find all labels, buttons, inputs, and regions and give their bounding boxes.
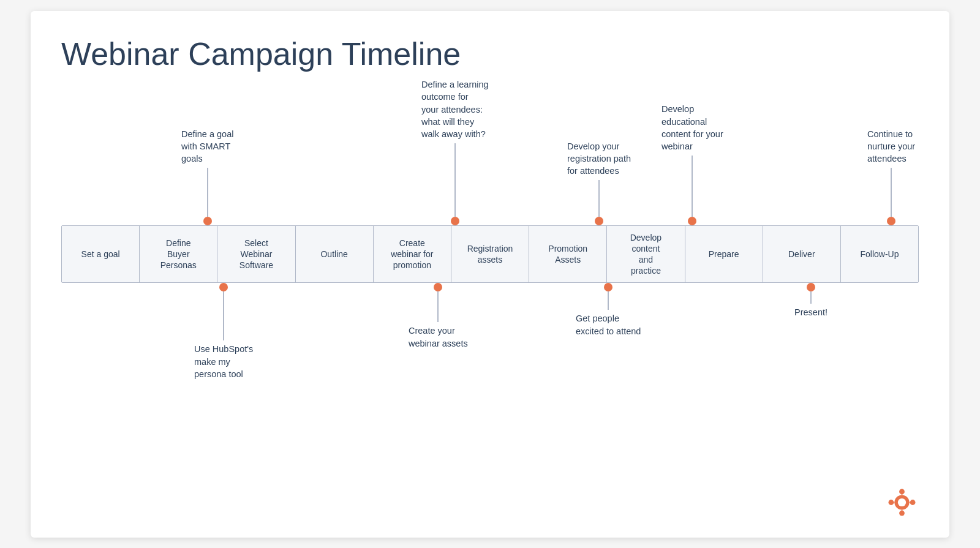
above-annotation: Develop educational content for your web… xyxy=(662,103,723,225)
annotation-text: Define a goal with SMART goals xyxy=(181,128,233,165)
annotation-line xyxy=(810,291,812,304)
timeline-box: Select Webinar Software xyxy=(217,226,295,283)
below-annotation: Use HubSpot's make my persona tool xyxy=(194,283,253,380)
svg-point-3 xyxy=(899,510,905,516)
annotation-line xyxy=(223,291,224,340)
annotation-dot xyxy=(434,283,442,291)
above-annotations: Define a goal with SMART goalsDefine a l… xyxy=(61,91,919,225)
annotation-line xyxy=(207,168,208,217)
svg-point-1 xyxy=(898,498,906,506)
timeline-box: Create webinar for promotion xyxy=(374,226,451,283)
timeline-boxes: Set a goalDefine Buyer PersonasSelect We… xyxy=(61,225,919,283)
svg-point-2 xyxy=(899,489,905,494)
svg-point-4 xyxy=(889,500,894,505)
annotation-line xyxy=(598,180,600,217)
below-annotation: Create your webinar assets xyxy=(409,283,468,350)
annotation-line xyxy=(608,291,609,310)
timeline-box: Define Buyer Personas xyxy=(140,226,217,283)
annotation-dot xyxy=(451,217,459,225)
timeline-box: Follow-Up xyxy=(841,226,918,283)
annotation-dot xyxy=(595,217,603,225)
annotation-line xyxy=(692,156,693,217)
timeline-box: Outline xyxy=(296,226,374,283)
annotation-dot xyxy=(203,217,212,225)
annotation-line xyxy=(437,291,439,322)
annotation-text: Use HubSpot's make my persona tool xyxy=(194,343,253,380)
above-annotation: Continue to nurture your attendees xyxy=(867,128,915,225)
annotation-text: Develop your registration path for atten… xyxy=(567,140,631,178)
annotation-dot xyxy=(219,283,228,291)
timeline-box: Promotion Assets xyxy=(529,226,607,283)
annotation-text: Present! xyxy=(794,306,827,318)
annotation-text: Create your webinar assets xyxy=(409,325,468,350)
slide: Webinar Campaign Timeline Define a goal … xyxy=(31,11,949,538)
above-annotation: Define a goal with SMART goals xyxy=(181,128,233,225)
annotation-text: Continue to nurture your attendees xyxy=(867,128,915,165)
annotation-dot xyxy=(688,217,696,225)
above-annotation: Define a learning outcome for your atten… xyxy=(421,78,489,225)
above-annotation: Develop your registration path for atten… xyxy=(567,140,631,225)
annotation-dot xyxy=(604,283,612,291)
hubspot-logo xyxy=(885,486,919,519)
annotation-dot xyxy=(807,283,815,291)
timeline-box: Develop content and practice xyxy=(607,226,685,283)
page-title: Webinar Campaign Timeline xyxy=(61,36,919,72)
below-annotations: Use HubSpot's make my persona toolCreate… xyxy=(61,283,919,405)
timeline-box: Deliver xyxy=(763,226,841,283)
timeline-area: Define a goal with SMART goalsDefine a l… xyxy=(61,91,919,406)
annotation-dot xyxy=(887,217,895,225)
annotation-text: Get people excited to attend xyxy=(576,312,641,337)
timeline-box: Registration assets xyxy=(451,226,529,283)
below-annotation: Get people excited to attend xyxy=(576,283,641,337)
annotation-line xyxy=(454,143,456,217)
svg-point-5 xyxy=(910,500,916,505)
annotation-line xyxy=(891,168,892,217)
annotation-text: Define a learning outcome for your atten… xyxy=(421,78,489,140)
annotation-text: Develop educational content for your web… xyxy=(662,103,723,152)
timeline-box: Set a goal xyxy=(62,226,140,283)
below-annotation: Present! xyxy=(794,283,827,318)
timeline-box: Prepare xyxy=(685,226,763,283)
